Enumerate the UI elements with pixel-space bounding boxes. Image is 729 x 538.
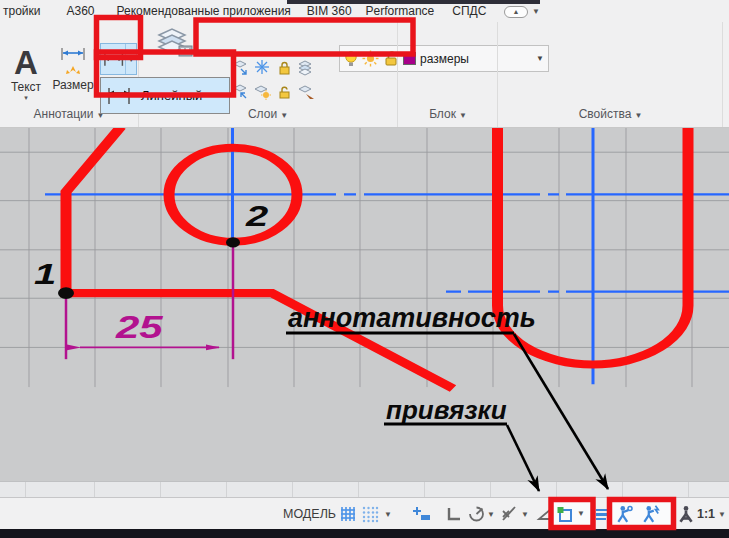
chevron-down-icon[interactable]: ▼ [577,509,585,518]
panel-label-block[interactable]: Блок▼ [398,107,498,125]
panel-label-text: Слои [248,107,277,121]
point-1-label: 1 [34,257,56,290]
linear-dimension-icon [102,50,125,68]
layer-states-icon[interactable] [297,58,315,76]
lineweight-display-icon[interactable] [594,503,612,525]
chevron-down-icon[interactable]: ▼ [384,503,392,525]
caret-up-icon: ▲ [513,8,520,15]
linear-dimension-icon [105,85,133,107]
chevron-down-icon: ▼ [280,111,288,120]
panel-label-text: Аннотации [34,107,94,121]
snap-grid-dots-icon[interactable] [361,503,379,525]
chevron-down-icon[interactable]: ▼ [487,503,495,525]
text-tool-label: Текст [11,80,41,94]
panel-block: Вставка ▾ ▼ Блок▼ [397,22,497,127]
menu-item-performance[interactable]: Performance [366,4,435,18]
layer-lock-icon[interactable] [275,58,293,76]
menu-item-bim360[interactable]: BIM 360 [307,4,352,18]
menu-item-a360[interactable]: A360 [67,4,95,18]
chevron-down-icon[interactable]: ▼ [521,503,529,525]
chevron-down-icon: ▼ [459,111,467,120]
layer-on-bulb-icon[interactable] [344,50,358,68]
isoplane-icon[interactable] [536,503,554,525]
menu-item-recommended-apps[interactable]: Рекомендованные приложения [117,4,291,18]
linear-dimension-tool-button[interactable]: ▼ [100,43,137,75]
annotation-scale-icon[interactable] [676,503,696,525]
point-2-label: 2 [245,200,269,233]
panel-label-properties[interactable]: Свойства▼ [498,107,723,125]
chevron-down-icon[interactable]: ▼ [126,56,136,63]
grid-display-icon[interactable] [339,503,357,525]
object-snap-icon[interactable] [556,505,574,523]
point-1-dot [58,287,74,299]
layer-thaw-sun-icon[interactable] [362,50,379,67]
text-tool-icon: A [14,46,38,80]
layer-unisolate-icon[interactable] [231,82,249,100]
panel-properties: Копирование свойств ПоСлою ▼ ПоСлою ▼ [497,22,722,127]
layer-match-icon[interactable] [297,82,315,100]
ribbon-toggle-button[interactable]: ▲ [504,6,528,18]
dimension-label: Размер [52,78,93,92]
object-snap-group: ▼ [553,500,591,527]
text-tool-button[interactable]: A Текст ▾ [8,46,44,102]
point-2-dot [226,237,240,247]
snap-mode-icon[interactable] [412,503,432,525]
layer-unlock-all-icon[interactable] [275,82,293,100]
menu-item-spds[interactable]: СПДС [452,4,486,18]
ribbon-toggle-caret-icon[interactable]: ▼ [532,7,540,16]
annotation-visibility-icon[interactable] [615,504,635,524]
ribbon: A Текст ▾ Размер [0,22,729,128]
flyout-linear-label: Линейный [141,88,202,103]
dimension-icon [58,46,88,78]
drawing-canvas[interactable]: 25 1 2 [0,128,729,481]
layer-freeze-icon[interactable] [253,58,271,76]
layer-thaw-all-icon[interactable] [253,82,271,100]
chevron-down-icon: ▾ [24,94,28,102]
model-space-label[interactable]: МОДЕЛЬ [283,503,336,525]
panel-label-text: Блок [429,107,456,121]
chevron-down-icon[interactable]: ▼ [718,503,726,525]
menu-item-settings[interactable]: тройки [3,4,41,18]
layer-properties-icon[interactable] [151,26,195,58]
layer-isolate-icon[interactable] [231,58,249,76]
canvas-bottom-strip [0,481,729,497]
object-snap-tracking-icon[interactable] [500,503,518,525]
dimension-button[interactable]: Размер [49,46,97,92]
autocad-window: тройки A360 Рекомендованные приложения B… [0,0,729,538]
panel-label-text: Свойства [579,107,632,121]
annotation-scale-value[interactable]: 1:1 [697,503,715,525]
polar-tracking-icon[interactable] [467,503,485,525]
annotation-tools-group [611,500,672,527]
ribbon-edge [722,22,729,127]
annotation-autoscale-icon[interactable] [641,504,661,524]
ortho-mode-icon[interactable] [445,503,463,525]
drawing-svg: 25 1 2 [0,128,729,481]
chevron-down-icon: ▼ [634,111,642,120]
file-tab-bar-edge [287,0,540,4]
window-bottom-edge [0,529,729,538]
red-polyline [66,128,688,389]
flyout-linear-dimension[interactable]: Линейный [100,77,230,114]
dimension-value: 25 [115,310,163,344]
